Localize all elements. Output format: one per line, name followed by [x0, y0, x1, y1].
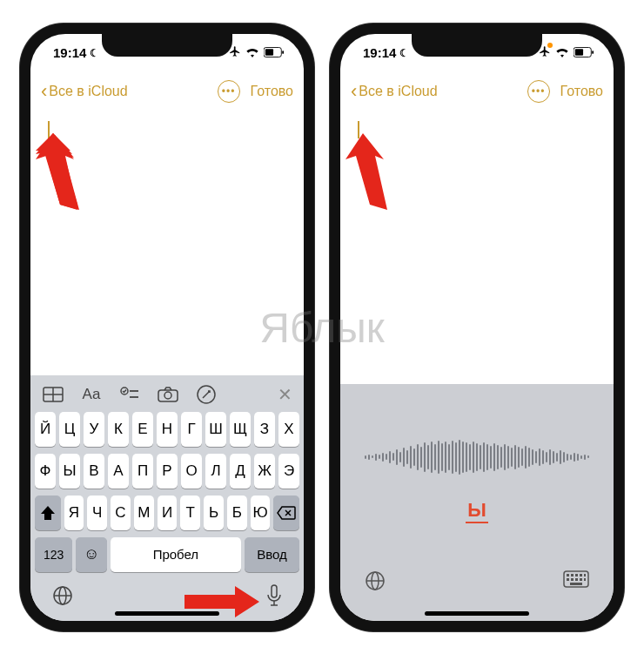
waveform-bar — [424, 442, 426, 472]
globe-icon[interactable] — [365, 570, 386, 595]
key-Р[interactable]: Р — [157, 454, 178, 489]
svg-rect-34 — [584, 574, 586, 576]
waveform-bar — [567, 454, 568, 461]
key-Я[interactable]: Я — [64, 496, 84, 530]
key-Ю[interactable]: Ю — [251, 496, 271, 530]
waveform-bar — [396, 449, 398, 465]
key-Ж[interactable]: Ж — [254, 454, 275, 489]
do-not-disturb-icon: ☾ — [90, 47, 99, 59]
status-time: 19:14 — [363, 45, 396, 60]
waveform — [352, 436, 601, 478]
annotation-arrow-cursor — [36, 133, 88, 212]
chevron-left-icon: ‹ — [351, 80, 357, 103]
key-С[interactable]: С — [111, 496, 131, 530]
emoji-key[interactable]: ☺ — [76, 537, 107, 572]
key-Ф[interactable]: Ф — [35, 454, 56, 489]
back-button[interactable]: ‹ Все в iCloud — [351, 80, 438, 103]
key-Н[interactable]: Н — [157, 412, 178, 447]
key-З[interactable]: З — [254, 412, 275, 447]
key-М[interactable]: М — [134, 496, 154, 530]
waveform-bar — [434, 444, 436, 470]
globe-icon[interactable] — [52, 585, 73, 610]
waveform-bar — [553, 451, 554, 463]
key-К[interactable]: К — [108, 412, 129, 447]
key-П[interactable]: П — [132, 454, 153, 489]
waveform-bar — [448, 444, 450, 470]
back-button[interactable]: ‹ Все в iCloud — [41, 80, 128, 103]
key-У[interactable]: У — [84, 412, 104, 447]
key-Ы[interactable]: Ы — [59, 454, 80, 489]
text-format-button[interactable]: Aa — [80, 385, 103, 404]
key-Б[interactable]: Б — [227, 496, 247, 530]
key-Ч[interactable]: Ч — [87, 496, 107, 530]
key-Х[interactable]: Х — [278, 412, 299, 447]
dictation-panel: Ы — [340, 384, 614, 621]
annotation-arrow-cursor — [345, 133, 398, 212]
enter-key[interactable]: Ввод — [245, 537, 299, 572]
backspace-key[interactable] — [273, 496, 299, 530]
key-Д[interactable]: Д — [230, 454, 251, 489]
svg-rect-37 — [575, 578, 578, 581]
table-icon[interactable] — [42, 385, 64, 404]
waveform-bar — [417, 444, 419, 470]
done-button[interactable]: Готово — [560, 84, 603, 99]
key-Щ[interactable]: Щ — [230, 412, 251, 447]
key-Т[interactable]: Т — [180, 496, 200, 530]
waveform-bar — [441, 443, 443, 471]
waveform-bar — [490, 446, 492, 469]
waveform-bar — [504, 444, 506, 470]
waveform-bar — [549, 449, 551, 465]
camera-icon[interactable] — [157, 385, 179, 404]
key-Э[interactable]: Э — [278, 454, 299, 489]
waveform-bar — [542, 450, 544, 464]
key-Л[interactable]: Л — [205, 454, 226, 489]
waveform-bar — [427, 445, 429, 469]
waveform-bar — [528, 448, 530, 467]
waveform-bar — [420, 447, 422, 468]
key-А[interactable]: А — [108, 454, 129, 489]
waveform-bar — [539, 448, 540, 466]
keyboard-icon[interactable] — [563, 570, 589, 595]
waveform-bar — [483, 442, 485, 472]
keyboard: Aa ✕ ЙЦУКЕНГШЩЗХ ФЫВАПРОЛДЖЭ ЯЧСМИТЬБЮ — [30, 375, 304, 621]
note-content[interactable] — [30, 111, 304, 375]
svg-rect-40 — [570, 583, 582, 585]
key-О[interactable]: О — [181, 454, 202, 489]
waveform-bar — [455, 442, 457, 472]
key-Е[interactable]: Е — [132, 412, 153, 447]
key-Ш[interactable]: Ш — [205, 412, 226, 447]
checklist-icon[interactable] — [118, 385, 141, 404]
space-key[interactable]: Пробел — [111, 537, 241, 572]
home-indicator[interactable] — [425, 611, 529, 616]
key-В[interactable]: В — [84, 454, 104, 489]
more-button[interactable]: ••• — [527, 80, 550, 103]
waveform-bar — [473, 442, 474, 473]
wifi-icon — [555, 45, 569, 60]
status-time: 19:14 — [53, 45, 86, 60]
close-toolbar-button[interactable]: ✕ — [278, 384, 292, 405]
markup-icon[interactable] — [195, 385, 218, 404]
svg-rect-33 — [580, 574, 582, 576]
key-row-4: 123 ☺ Пробел Ввод — [33, 537, 301, 572]
key-Й[interactable]: Й — [35, 412, 56, 447]
waveform-bar — [493, 443, 495, 471]
waveform-bar — [438, 441, 439, 474]
waveform-bar — [480, 445, 481, 469]
done-button[interactable]: Готово — [251, 84, 293, 99]
more-button[interactable]: ••• — [218, 80, 240, 103]
note-content[interactable] — [340, 111, 614, 384]
shift-key[interactable] — [35, 496, 61, 530]
microphone-icon[interactable] — [266, 584, 282, 610]
waveform-bar — [584, 455, 586, 460]
notch — [412, 34, 542, 57]
numbers-key[interactable]: 123 — [35, 537, 72, 572]
key-row-3: ЯЧСМИТЬБЮ — [33, 496, 301, 530]
key-Г[interactable]: Г — [181, 412, 202, 447]
key-И[interactable]: И — [158, 496, 178, 530]
waveform-bar — [587, 455, 589, 458]
svg-rect-35 — [567, 578, 569, 581]
key-Ц[interactable]: Ц — [59, 412, 80, 447]
svg-rect-30 — [567, 574, 569, 576]
keyboard-toolbar: Aa ✕ — [33, 379, 301, 412]
key-Ь[interactable]: Ь — [204, 496, 224, 530]
